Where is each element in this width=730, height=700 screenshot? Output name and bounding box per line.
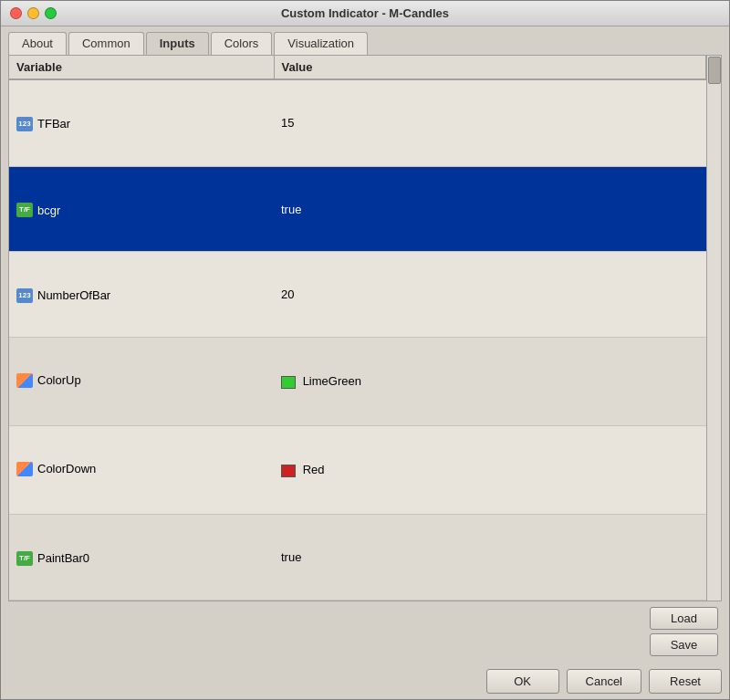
table-header: Variable Value — [9, 56, 706, 79]
variable-cell: 123 TFBar — [9, 79, 274, 166]
tab-colors[interactable]: Colors — [211, 32, 273, 55]
numeric-icon: 123 — [16, 288, 33, 303]
table-row[interactable]: T/F bcgr true — [9, 166, 706, 252]
color-value: Red — [303, 463, 325, 476]
tab-inputs[interactable]: Inputs — [146, 32, 209, 55]
table-row[interactable]: 123 NumberOfBar 20 — [9, 252, 706, 338]
window-controls — [10, 7, 57, 19]
title-bar: Custom Indicator - M-Candles — [1, 1, 729, 26]
table-row[interactable]: T/F PaintBar0 true — [9, 515, 706, 601]
variable-cell: ColorDown — [9, 426, 274, 515]
color-swatch-limegreen — [281, 376, 296, 389]
table-row[interactable]: ColorUp LimeGreen — [9, 338, 706, 426]
table-row[interactable]: 123 TFBar 15 — [9, 79, 706, 166]
variable-header: Variable — [9, 56, 274, 79]
variable-cell: T/F PaintBar0 — [9, 515, 274, 601]
value-cell: true — [274, 515, 706, 601]
value-cell: 15 — [274, 79, 706, 166]
value-cell: Red — [274, 426, 706, 515]
color-value: LimeGreen — [303, 374, 361, 388]
color-icon — [16, 373, 33, 388]
reset-button[interactable]: Reset — [649, 669, 722, 694]
color-swatch-red — [281, 465, 296, 477]
cancel-button[interactable]: Cancel — [567, 669, 641, 694]
tab-bar: About Common Inputs Colors Visualization — [1, 26, 729, 55]
bool-icon: T/F — [16, 203, 33, 217]
content-area: Variable Value 123 TFBar — [1, 55, 729, 663]
close-button[interactable] — [10, 7, 22, 19]
variable-cell: ColorUp — [9, 338, 274, 426]
variable-name: bcgr — [37, 204, 60, 217]
variable-name: TFBar — [37, 117, 70, 131]
value-cell: 20 — [274, 252, 706, 338]
numeric-icon: 123 — [16, 117, 33, 131]
variable-cell: T/F bcgr — [9, 166, 274, 252]
tab-visualization[interactable]: Visualization — [274, 32, 368, 55]
variable-name: ColorDown — [37, 462, 96, 475]
action-buttons: OK Cancel Reset — [486, 669, 722, 694]
variable-name: ColorUp — [37, 373, 81, 387]
scrollbar-area[interactable] — [706, 56, 721, 601]
load-button[interactable]: Load — [650, 607, 718, 630]
ok-button[interactable]: OK — [486, 669, 559, 694]
value-cell: true — [274, 166, 706, 252]
variable-name: PaintBar0 — [37, 551, 89, 565]
inputs-panel: Variable Value 123 TFBar — [8, 55, 722, 601]
action-buttons-row: OK Cancel Reset — [1, 663, 729, 699]
window-title: Custom Indicator - M-Candles — [281, 6, 449, 20]
minimize-button[interactable] — [27, 7, 39, 19]
main-window: Custom Indicator - M-Candles About Commo… — [0, 0, 730, 700]
save-button[interactable]: Save — [650, 633, 718, 656]
tab-about[interactable]: About — [8, 32, 67, 55]
scrollbar-thumb[interactable] — [708, 57, 721, 84]
bool-icon: T/F — [16, 551, 33, 566]
variable-name: NumberOfBar — [37, 288, 110, 302]
variable-cell: 123 NumberOfBar — [9, 252, 274, 338]
value-cell: LimeGreen — [274, 338, 706, 426]
variables-table-section: Variable Value 123 TFBar — [9, 56, 706, 601]
color-icon — [16, 462, 33, 476]
value-header: Value — [274, 56, 706, 79]
table-row[interactable]: ColorDown Red — [9, 426, 706, 515]
variables-table: Variable Value 123 TFBar — [9, 56, 706, 601]
maximize-button[interactable] — [45, 7, 57, 19]
tab-common[interactable]: Common — [68, 32, 144, 55]
